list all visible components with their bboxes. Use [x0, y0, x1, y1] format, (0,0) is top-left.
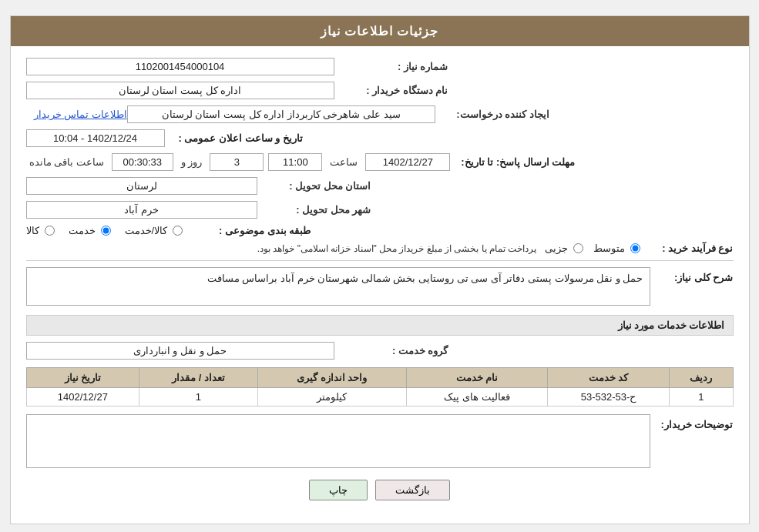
col-quantity: تعداد / مقدار	[139, 368, 257, 388]
creator-row: ایجاد کننده درخواست: سید علی شاهرخی کارب…	[26, 105, 734, 123]
province-label: استان محل تحویل :	[264, 180, 371, 192]
announce-date-value: 1402/12/24 - 10:04	[26, 129, 165, 147]
page-title: جزئیات اطلاعات نیاز	[11, 16, 749, 46]
buyer-org-label: نام دستگاه خریدار :	[341, 85, 448, 96]
announce-date-label: تاریخ و ساعت اعلان عمومی :	[179, 132, 303, 144]
category-khidmat-label: خدمت	[69, 225, 96, 236]
category-radio-kala[interactable]	[45, 226, 55, 236]
purchase-type-label: نوع فرآیند خرید :	[657, 243, 734, 254]
cell-service-code: ح-53-532-53	[547, 388, 669, 407]
province-value: لرستان	[26, 177, 257, 195]
remaining-time-label: ساعت باقی مانده	[29, 156, 104, 168]
creator-value: سید علی شاهرخی کاربرداز اداره کل پست است…	[127, 105, 435, 123]
category-kala[interactable]: کالا	[26, 225, 57, 236]
category-label: طبقه بندی موضوعی :	[203, 225, 311, 236]
deadline-date-value: 1402/12/27	[365, 153, 450, 171]
remaining-time-value: 00:30:33	[112, 153, 173, 171]
category-khidmat[interactable]: خدمت	[69, 225, 113, 236]
services-table-section: ردیف کد خدمت نام خدمت واحد اندازه گیری ت…	[26, 367, 734, 407]
cell-unit: کیلومتر	[257, 388, 406, 407]
print-button[interactable]: چاپ	[309, 480, 368, 500]
buyer-org-value: اداره کل پست استان لرستان	[26, 82, 334, 99]
city-row: شهر محل تحویل : خرم آباد	[26, 201, 734, 219]
request-number-value: 1102001454000104	[26, 58, 334, 75]
purchase-type-jozii[interactable]: جزیی	[545, 243, 586, 254]
deadline-time-value: 11:00	[268, 153, 322, 171]
service-group-value: حمل و نقل و انبارداری	[26, 342, 334, 360]
buttons-row: بازگشت چاپ	[26, 480, 734, 500]
cell-quantity: 1	[139, 388, 257, 407]
purchase-type-motavasset-label: متوسط	[593, 243, 625, 254]
category-kala-label: کالا	[26, 225, 39, 236]
service-group-label: گروه خدمت :	[341, 345, 448, 356]
province-row: استان محل تحویل : لرستان	[26, 177, 734, 195]
category-kala-khidmat-label: کالا/خدمت	[125, 225, 168, 236]
request-number-label: شماره نیاز :	[341, 61, 448, 72]
request-number-row: شماره نیاز : 1102001454000104	[26, 58, 734, 75]
services-table: ردیف کد خدمت نام خدمت واحد اندازه گیری ت…	[26, 367, 734, 407]
remaining-days-label: روز و	[181, 156, 203, 168]
contact-info-link[interactable]: اطلاعات تماس خریدار	[34, 109, 127, 120]
purchase-type-jozii-label: جزیی	[545, 243, 568, 254]
purchase-type-row: نوع فرآیند خرید : متوسط جزیی پرداخت تمام…	[26, 243, 734, 254]
purchase-type-radio-jozii[interactable]	[573, 243, 583, 253]
cell-row: 1	[670, 388, 733, 407]
remaining-days-value: 3	[210, 153, 264, 171]
buyer-notes-label: توضیحات خریدار:	[657, 419, 734, 430]
category-radio-kala-khidmat[interactable]	[173, 226, 183, 236]
category-row: طبقه بندی موضوعی : کالا/خدمت خدمت کالا	[26, 225, 734, 236]
purchase-type-radio-motavasset[interactable]	[630, 243, 640, 253]
col-date: تاریخ نیاز	[26, 368, 139, 388]
buyer-notes-row: توضیحات خریدار:	[26, 414, 734, 468]
table-row: 1 ح-53-532-53 فعالیت های پیک کیلومتر 1 1…	[26, 388, 733, 407]
city-value: خرم آباد	[26, 201, 257, 219]
category-kala-khidmat[interactable]: کالا/خدمت	[125, 225, 186, 236]
purchase-type-motavasset[interactable]: متوسط	[593, 243, 643, 254]
services-section-title: اطلاعات خدمات مورد نیاز	[26, 315, 734, 336]
category-radio-khidmat[interactable]	[101, 226, 111, 236]
col-service-code: کد خدمت	[547, 368, 669, 388]
col-unit: واحد اندازه گیری	[257, 368, 406, 388]
deadline-time-label: ساعت	[330, 156, 358, 168]
back-button[interactable]: بازگشت	[375, 480, 450, 500]
need-desc-label: شرح کلی نیاز:	[657, 272, 734, 283]
col-row: ردیف	[670, 368, 733, 388]
city-label: شهر محل تحویل :	[264, 204, 371, 216]
deadline-row: مهلت ارسال پاسخ: تا تاریخ: 1402/12/27 سا…	[26, 153, 734, 171]
service-group-row: گروه خدمت : حمل و نقل و انبارداری	[26, 342, 734, 360]
cell-service-name: فعالیت های پیک	[407, 388, 548, 407]
creator-label: ایجاد کننده درخواست:	[442, 109, 549, 120]
buyer-org-row: نام دستگاه خریدار : اداره کل پست استان ل…	[26, 82, 734, 99]
purchase-desc: پرداخت تمام یا بخشی از مبلغ خریداز محل "…	[26, 243, 537, 254]
col-service-name: نام خدمت	[407, 368, 548, 388]
need-desc-row: شرح کلی نیاز: حمل و نقل مرسولات پستی دفا…	[26, 267, 734, 306]
buyer-notes-value	[26, 414, 650, 468]
divider-1	[26, 260, 734, 261]
deadline-label: مهلت ارسال پاسخ: تا تاریخ:	[461, 156, 575, 168]
need-desc-value: حمل و نقل مرسولات پستی دفاتر آی سی تی رو…	[26, 267, 650, 306]
announce-date-row: تاریخ و ساعت اعلان عمومی : 1402/12/24 - …	[26, 129, 734, 147]
cell-date: 1402/12/27	[26, 388, 139, 407]
